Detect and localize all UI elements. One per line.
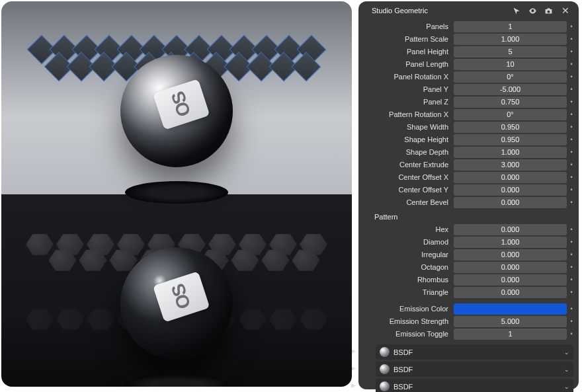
field-shape-depth[interactable]: 1.000	[454, 147, 567, 158]
label-pattern-rot-x: Pattern Rotation X	[362, 110, 454, 118]
keyframe-dot[interactable]: •	[568, 318, 575, 325]
field-panel-z[interactable]: 0.750	[454, 97, 567, 108]
field-shape-height[interactable]: 0.950	[454, 134, 567, 145]
bsdf-material-3[interactable]: BSDF ⌄	[376, 379, 573, 392]
section-pattern: Pattern	[362, 209, 575, 223]
field-pattern-rot-x[interactable]: 0°	[454, 109, 567, 120]
keyframe-dot[interactable]: •	[568, 111, 575, 118]
keyframe-dot[interactable]: •	[568, 264, 575, 270]
close-icon[interactable]: ✕	[559, 6, 572, 15]
material-preview-icon	[380, 347, 390, 357]
material-sphere-light: OS	[120, 55, 233, 167]
field-shape-width[interactable]: 0.950	[454, 122, 567, 133]
preview-bottom-dark: OS	[1, 194, 352, 387]
label-shape-height: Shape Height	[362, 136, 454, 143]
keyframe-dot[interactable]: •	[568, 251, 575, 258]
field-hex[interactable]: 0.000	[454, 224, 567, 235]
field-emission-strength[interactable]: 5.000	[454, 316, 567, 327]
bsdf-label: BSDF	[394, 366, 560, 373]
keyframe-dot[interactable]: •	[568, 276, 575, 283]
label-panels: Panels	[362, 22, 454, 30]
field-triangle[interactable]: 0.000	[454, 287, 567, 298]
label-center-bevel: Center Bevel	[362, 198, 454, 206]
keyframe-dot[interactable]: •	[568, 305, 575, 312]
label-diamod: Diamod	[362, 238, 454, 246]
keyframe-dot[interactable]: •	[568, 199, 575, 206]
field-center-off-x[interactable]: 0.000	[454, 172, 567, 183]
bsdf-material-1[interactable]: BSDF ⌄	[376, 344, 573, 360]
label-center-off-x: Center Offset X	[362, 173, 454, 181]
label-panel-length: Panel Length	[362, 60, 454, 68]
preview-top-light: OS	[1, 1, 352, 194]
panel-header: Studio Geometric ✕	[362, 1, 575, 19]
cursor-icon[interactable]	[511, 5, 522, 16]
label-emission-color: Emission Color	[362, 305, 454, 313]
bsdf-label: BSDF	[394, 383, 560, 391]
label-center-extrude: Center Extrude	[362, 161, 454, 169]
field-rhombus[interactable]: 0.000	[454, 274, 567, 286]
field-diamod[interactable]: 1.000	[454, 237, 567, 248]
label-panel-height: Panel Height	[362, 48, 454, 56]
camera-icon[interactable]	[543, 5, 554, 16]
sphere-base-ring	[125, 373, 228, 387]
keyframe-dot[interactable]: •	[568, 48, 575, 55]
field-emission-toggle[interactable]: 1	[454, 329, 567, 340]
chevron-down-icon[interactable]: ⌄	[564, 366, 569, 373]
label-irregular: Irregular	[362, 251, 454, 258]
keyframe-dot[interactable]: •	[568, 86, 575, 93]
material-preview-icon	[380, 381, 390, 391]
label-shape-width: Shape Width	[362, 123, 454, 131]
os-chip: OS	[153, 79, 210, 130]
label-panel-rot-x: Panel Rotation X	[362, 73, 454, 81]
keyframe-dot[interactable]: •	[568, 289, 575, 295]
keyframe-dot[interactable]: •	[568, 226, 575, 233]
field-pattern-scale[interactable]: 1.000	[454, 34, 567, 45]
keyframe-dot[interactable]: •	[568, 98, 575, 105]
label-rhombus: Rhombus	[362, 276, 454, 284]
field-octagon[interactable]: 0.000	[454, 262, 567, 273]
chevron-down-icon[interactable]: ⌄	[564, 349, 569, 356]
keyframe-dot[interactable]: •	[568, 149, 575, 155]
keyframe-dot[interactable]: •	[568, 239, 575, 245]
sphere-base-ring	[125, 181, 228, 204]
field-center-extrude[interactable]: 3.000	[454, 159, 567, 171]
field-panels[interactable]: 1	[454, 21, 567, 32]
render-preview: OS OS	[1, 1, 352, 387]
field-irregular[interactable]: 0.000	[454, 249, 567, 260]
field-emission-color[interactable]	[454, 303, 567, 315]
field-panel-rot-x[interactable]: 0°	[454, 71, 567, 83]
keyframe-dot[interactable]: •	[568, 61, 575, 67]
os-chip: OS	[153, 271, 210, 322]
eye-icon[interactable]	[527, 5, 538, 16]
keyframe-dot[interactable]: •	[568, 36, 575, 42]
field-center-off-y[interactable]: 0.000	[454, 184, 567, 196]
field-panel-length[interactable]: 10	[454, 59, 567, 70]
bsdf-label: BSDF	[394, 348, 560, 356]
keyframe-dot[interactable]: •	[568, 73, 575, 80]
field-panel-height[interactable]: 5	[454, 46, 567, 58]
keyframe-dot[interactable]: •	[568, 136, 575, 143]
field-panel-y[interactable]: -5.000	[454, 84, 567, 95]
label-panel-y: Panel Y	[362, 85, 454, 93]
keyframe-dot[interactable]: •	[568, 331, 575, 337]
keyframe-dot[interactable]: •	[568, 124, 575, 130]
label-hex: Hex	[362, 225, 454, 233]
properties-panel: Studio Geometric ✕ Panels1• Pattern Scal…	[358, 1, 579, 389]
label-emission-strength: Emission Strength	[362, 317, 454, 325]
field-center-bevel[interactable]: 0.000	[454, 197, 567, 208]
label-triangle: Triangle	[362, 288, 454, 296]
label-shape-depth: Shape Depth	[362, 148, 454, 156]
keyframe-dot[interactable]: •	[568, 186, 575, 193]
keyframe-dot[interactable]: •	[568, 23, 575, 30]
material-preview-icon	[380, 364, 390, 374]
label-center-off-y: Center Offset Y	[362, 186, 454, 194]
material-sphere-dark: OS	[120, 247, 233, 360]
label-panel-z: Panel Z	[362, 98, 454, 106]
label-emission-toggle: Emission Toggle	[362, 330, 454, 338]
bsdf-material-2[interactable]: BSDF ⌄	[376, 362, 573, 377]
chevron-down-icon[interactable]: ⌄	[564, 383, 569, 390]
expand-icon[interactable]: ▶	[348, 382, 358, 389]
keyframe-dot[interactable]: •	[568, 174, 575, 180]
keyframe-dot[interactable]: •	[568, 161, 575, 168]
label-pattern-scale: Pattern Scale	[362, 35, 454, 43]
